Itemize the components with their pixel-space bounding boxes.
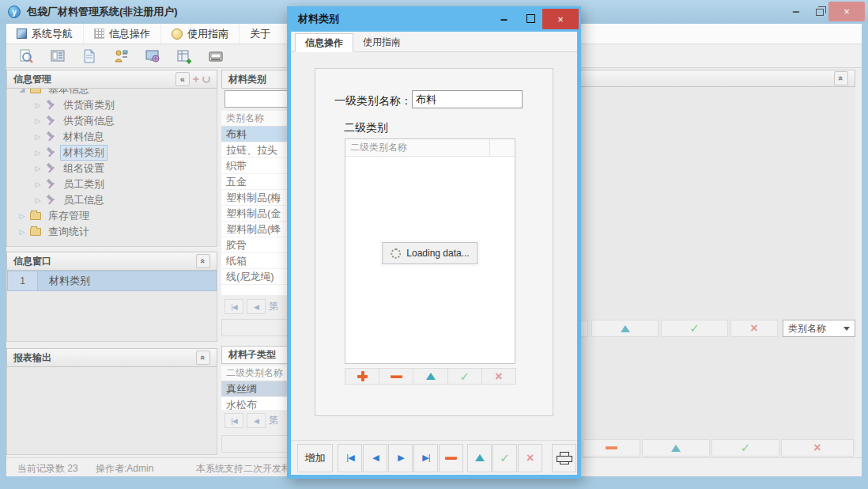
last-icon: ▶| [422,453,429,463]
close-button[interactable]: × [828,2,865,21]
form-list-tool-button[interactable] [47,47,68,66]
document-icon [81,48,97,64]
confirm-record-button[interactable]: ✓ [492,444,517,472]
first-page-button[interactable]: |◀ [225,413,243,428]
dialog-content: 信息操作 使用指南 一级类别名称： 二级类别 二级类别名称 Loading da… [291,32,577,475]
prev-page-button[interactable]: ◀ [247,299,266,314]
report-output-header: 报表输出 « [6,348,217,367]
open-window-item[interactable]: 1 材料类别 [7,271,217,291]
operator-label: 操作者:Admin [96,462,153,476]
tab-info-operations[interactable]: 信息操作 [295,33,353,52]
cancel-button[interactable]: × [481,368,516,385]
tree-node-employee-category[interactable]: ▷ 员工类别 [7,176,217,192]
delete-button[interactable] [583,439,640,457]
nav-tree: ◢ 基本信息 ▷ 供货商类别 ▷ 供货商信息 ▷ 材料信息 ▷ 材料类别 ▷ 组… [6,89,217,247]
menu-system-nav[interactable]: 系统导航 [6,24,84,44]
tree-node-employee-info[interactable]: ▷ 员工信息 [7,192,217,208]
document-tool-button[interactable] [79,47,100,66]
add-row-button[interactable] [345,368,379,385]
cancel-record-button[interactable]: × [518,444,542,472]
monitor-globe-icon [145,48,160,64]
form-list-icon [50,48,66,64]
minus-icon [391,375,402,378]
tree-node-material-info[interactable]: ▷ 材料信息 [7,129,217,145]
tree-node-root[interactable]: ◢ 基本信息 [7,89,217,97]
triangle-up-icon [475,454,485,461]
last-record-button[interactable]: ▶| [413,444,438,472]
tree-node-group-settings[interactable]: ▷ 组名设置 [7,161,217,176]
info-window-body: 1 材料类别 [6,271,217,342]
confirm-button[interactable]: ✓ [447,368,482,385]
refresh-icon[interactable] [202,75,210,83]
dialog-tab-bar: 信息操作 使用指南 [291,32,577,52]
dialog-minimize-button[interactable]: – [500,13,511,27]
collapse-report-button[interactable]: « [196,351,210,365]
restore-button[interactable] [810,0,830,24]
tree-node-supplier-info[interactable]: ▷ 供货商信息 [7,113,217,129]
tool-icon [46,116,56,127]
subcategory-table-header[interactable]: 二级类别名称 [345,139,515,157]
level1-category-label: 一级类别名称： [334,94,412,108]
level1-category-input[interactable] [412,90,523,108]
cardfile-tool-button[interactable] [206,47,226,66]
triangle-up-icon [426,373,436,380]
menu-user-guide[interactable]: 使用指南 [161,24,240,44]
search-tool-button[interactable] [16,47,36,66]
prev-page-button[interactable]: ◀ [247,413,266,428]
dialog-title: 材料类别 [298,12,339,26]
monitor-tool-button[interactable] [142,47,163,66]
move-up-button[interactable] [591,320,659,337]
cross-icon: × [495,370,502,383]
prev-record-button[interactable]: ◀ [363,444,387,472]
category-pager: |◀ ◀ 第 [225,299,278,314]
tree-node-supplier-category[interactable]: ▷ 供货商类别 [7,97,217,113]
tab-user-guide[interactable]: 使用指南 [353,33,410,51]
restore-icon [816,9,824,16]
tool-icon [46,164,56,174]
cardfile-icon [208,48,224,64]
next-record-button[interactable]: ▶ [388,444,413,472]
table-add-tool-button[interactable] [174,47,194,66]
dialog-close-button[interactable]: × [542,9,579,29]
tree-node-query-stats[interactable]: ▷ 查询统计 [7,224,217,240]
filter-field-dropdown[interactable]: 类别名称 [783,320,855,337]
move-up-button[interactable] [413,368,447,385]
check-icon: ✓ [500,451,510,465]
move-up-record-button[interactable] [467,444,492,472]
delete-record-button[interactable] [439,444,463,472]
tool-icon [46,132,56,142]
subcategory-table: 二级类别名称 Loading data... [345,138,515,364]
dialog-titlebar[interactable]: 材料类别 [287,6,581,32]
menu-info-operations[interactable]: 信息操作 [84,24,161,44]
confirm-button[interactable]: ✓ [661,320,728,337]
minimize-button[interactable]: – [784,0,808,24]
cancel-button[interactable]: × [730,320,778,337]
folder-icon [30,228,41,236]
minus-icon [606,446,617,449]
add-icon[interactable]: + [193,73,199,85]
first-record-button[interactable]: |◀ [338,444,362,472]
collapse-info-window-button[interactable]: « [196,254,210,268]
report-output-body [6,367,217,455]
cancel-button[interactable]: × [781,439,854,457]
check-icon: ✓ [459,370,470,384]
collapse-right-panel-button[interactable]: « [834,71,848,85]
grid-icon [94,28,104,39]
menu-about[interactable]: 关于 [240,24,281,44]
tree-node-material-category[interactable]: ▷ 材料类别 [7,145,217,161]
print-button[interactable] [552,444,576,472]
add-record-button[interactable]: 增加 [297,444,333,472]
staff-tool-button[interactable] [111,47,131,66]
dialog-maximize-button[interactable] [526,14,535,23]
collapse-panel-button[interactable]: « [175,72,190,86]
triangle-up-icon [621,325,630,332]
confirm-button[interactable]: ✓ [711,439,779,457]
tree-node-inventory[interactable]: ▷ 库存管理 [7,208,217,224]
first-page-button[interactable]: |◀ [225,299,243,314]
table-add-icon [176,48,192,64]
check-icon: ✓ [689,321,700,335]
move-up-button[interactable] [642,439,710,457]
window-title: 包袋厂材料管理系统(非注册用户) [27,5,178,19]
guide-icon [172,28,183,40]
delete-row-button[interactable] [379,368,413,385]
